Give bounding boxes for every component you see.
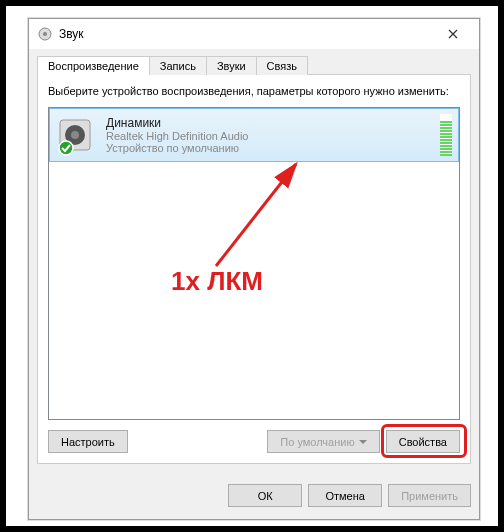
set-default-button[interactable]: По умолчанию xyxy=(267,430,379,453)
ok-button[interactable]: ОК xyxy=(228,484,302,507)
device-status: Устройство по умолчанию xyxy=(106,142,432,154)
svg-point-4 xyxy=(71,131,79,139)
tab-strip: Воспроизведение Запись Звуки Связь xyxy=(37,56,471,75)
tab-panel: Выберите устройство воспроизведения, пар… xyxy=(37,74,471,464)
sound-dialog: Звук Воспроизведение Запись Звуки Связь … xyxy=(28,18,480,520)
chevron-down-icon xyxy=(359,440,367,444)
configure-button[interactable]: Настроить xyxy=(48,430,128,453)
apply-button[interactable]: Применить xyxy=(388,484,471,507)
close-icon xyxy=(448,29,458,39)
properties-button[interactable]: Свойства xyxy=(386,430,460,453)
titlebar: Звук xyxy=(29,19,479,49)
speaker-icon xyxy=(56,114,98,156)
dialog-buttons: ОК Отмена Применить xyxy=(29,472,479,519)
device-name: Динамики xyxy=(106,116,432,130)
tab-playback[interactable]: Воспроизведение xyxy=(37,56,150,75)
cancel-button[interactable]: Отмена xyxy=(308,484,382,507)
device-list[interactable]: Динамики Realtek High Definition Audio У… xyxy=(48,107,460,420)
svg-point-1 xyxy=(43,32,47,36)
device-driver: Realtek High Definition Audio xyxy=(106,130,432,142)
sound-icon xyxy=(37,26,53,42)
svg-point-5 xyxy=(59,141,73,155)
set-default-label: По умолчанию xyxy=(280,436,354,448)
tab-sounds[interactable]: Звуки xyxy=(206,56,257,75)
instruction-text: Выберите устройство воспроизведения, пар… xyxy=(48,85,460,97)
level-meter xyxy=(440,114,452,156)
device-info: Динамики Realtek High Definition Audio У… xyxy=(106,116,432,154)
tab-communications[interactable]: Связь xyxy=(256,56,308,75)
window-title: Звук xyxy=(59,27,431,41)
close-button[interactable] xyxy=(431,20,475,48)
tab-recording[interactable]: Запись xyxy=(149,56,207,75)
device-item[interactable]: Динамики Realtek High Definition Audio У… xyxy=(49,108,459,162)
